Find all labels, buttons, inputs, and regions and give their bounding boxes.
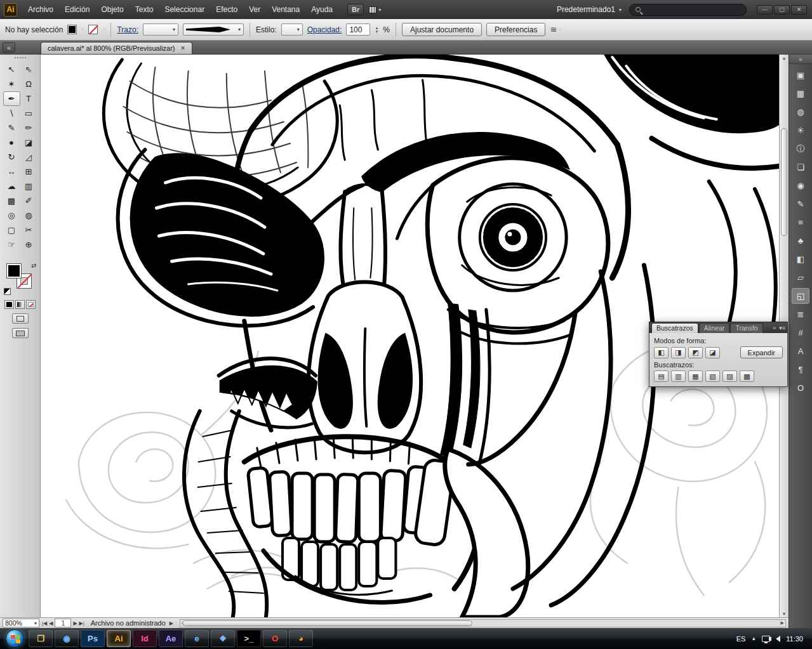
panel-icon-appearance[interactable]: ✳ xyxy=(792,122,809,138)
tool-selection[interactable]: ↖ xyxy=(3,62,20,77)
scroll-right-icon[interactable]: ▶ xyxy=(781,620,784,626)
status-menu-icon[interactable]: ▶ xyxy=(170,620,173,626)
panel-icon-symbols[interactable]: ♣ xyxy=(792,233,809,249)
tool-direct-selection[interactable]: ⇖ xyxy=(20,62,37,77)
speaker-icon[interactable] xyxy=(776,636,780,642)
panel-icon-swatches[interactable]: ▦ xyxy=(792,86,809,102)
stroke-swatch[interactable] xyxy=(88,25,98,34)
menu-item[interactable]: Archivo xyxy=(22,0,59,19)
none-mode-button[interactable] xyxy=(26,300,36,309)
taskbar-app-firefox[interactable]: ◕ xyxy=(289,630,313,647)
first-page-icon[interactable]: |◀ xyxy=(42,620,47,626)
tool-gradient[interactable]: ▩ xyxy=(3,193,20,208)
workspace-switcher[interactable]: Predeterminado1 ▾ xyxy=(557,5,622,14)
color-mode-button[interactable] xyxy=(4,300,14,309)
tool-rectangle[interactable]: ▭ xyxy=(20,106,37,121)
taskbar-app-illustrator[interactable]: Ai xyxy=(107,630,131,647)
collapse-panels-icon[interactable]: « xyxy=(3,43,15,53)
panel-icon-stroke[interactable]: ≡ xyxy=(792,214,809,230)
menu-item[interactable]: Texto xyxy=(130,0,159,19)
zoom-combo[interactable]: 800% ▾ xyxy=(3,619,39,627)
taskbar-app-media-player[interactable]: ◉ xyxy=(55,630,79,647)
maximize-button[interactable]: ▢ xyxy=(774,5,790,15)
pathfinder-button-merge[interactable]: ▦ xyxy=(688,370,703,382)
close-icon[interactable]: × xyxy=(181,45,185,51)
panel-icon-gradient[interactable]: ◍ xyxy=(792,104,809,120)
swap-fill-stroke-icon[interactable]: ⇄ xyxy=(31,262,36,269)
panel-tab-buscatrazos[interactable]: Buscatrazos xyxy=(651,323,698,333)
control-extra-button[interactable]: ≋ ▾ xyxy=(550,25,561,34)
gradient-mode-button[interactable] xyxy=(15,300,25,309)
taskbar-app-internet-explorer[interactable]: e xyxy=(185,630,209,647)
horizontal-scrollbar[interactable]: ◀ ▶ xyxy=(180,619,786,627)
minimize-button[interactable]: — xyxy=(757,5,773,15)
panel-tab-alinear[interactable]: Alinear xyxy=(699,323,730,333)
menu-item[interactable]: Edición xyxy=(59,0,95,19)
preferences-button[interactable]: Preferencias xyxy=(486,23,545,36)
shape-mode-button-intersect[interactable]: ◩ xyxy=(688,347,703,358)
style-combo[interactable]: ▾ xyxy=(281,23,303,36)
shape-mode-button-unite[interactable]: ◧ xyxy=(654,347,669,358)
panel-icon-brushes[interactable]: ✎ xyxy=(792,196,809,212)
next-page-icon[interactable]: ▶ xyxy=(73,620,77,626)
menu-item[interactable]: Seleccionar xyxy=(159,0,210,19)
panel-menu-icon[interactable]: ▾≡ xyxy=(779,325,785,331)
stroke-panel-link[interactable]: Trazo: xyxy=(117,25,138,34)
fill-swatch[interactable] xyxy=(67,25,77,34)
panel-icon-paragraph[interactable]: ¶ xyxy=(792,362,809,377)
taskbar-app-explorer[interactable]: ❒ xyxy=(29,630,53,647)
fit-document-button[interactable]: Ajustar documento xyxy=(402,23,482,36)
tool-live-paint-bucket[interactable]: ◍ xyxy=(20,208,37,223)
pathfinder-button-trim[interactable]: ▥ xyxy=(671,370,686,382)
opacity-spinner[interactable]: ▲ ▼ xyxy=(375,26,378,34)
opacity-input[interactable]: 100 xyxy=(346,23,370,36)
menu-item[interactable]: Ventana xyxy=(266,0,305,19)
panel-tab-transformar[interactable]: Transfo xyxy=(730,323,762,333)
panel-icon-color[interactable]: ▣ xyxy=(792,67,809,83)
tool-lasso[interactable]: Ω xyxy=(20,77,37,91)
tool-paintbrush[interactable]: ✎ xyxy=(3,121,20,135)
document-tab[interactable]: calavera.ai* al 800% (RGB/Previsualizar)… xyxy=(41,42,192,54)
tool-mesh[interactable]: ⊞ xyxy=(20,164,37,179)
pathfinder-titlebar[interactable]: BuscatrazosAlinearTransfo » ▾≡ xyxy=(649,322,788,333)
shape-mode-button-minus-front[interactable]: ◨ xyxy=(671,347,686,358)
panel-icon-character[interactable]: A xyxy=(792,343,809,359)
language-indicator[interactable]: ES xyxy=(736,635,746,643)
tool-hand[interactable]: ☞ xyxy=(3,237,20,252)
menu-item[interactable]: Ayuda xyxy=(305,0,338,19)
panel-icon-align[interactable]: ≣ xyxy=(792,306,809,322)
tab-overflow-icon[interactable]: » xyxy=(773,325,776,331)
tool-rotate[interactable]: ↻ xyxy=(3,150,20,164)
tool-artboard[interactable]: ▢ xyxy=(3,223,20,237)
start-button[interactable] xyxy=(6,629,24,648)
tool-symbol-sprayer[interactable]: ☁ xyxy=(3,179,20,193)
bridge-button[interactable]: Br xyxy=(347,4,364,15)
prev-page-icon[interactable]: ◀ xyxy=(49,620,53,626)
drawing-mode-button[interactable] xyxy=(12,313,29,324)
tool-zoom[interactable]: ⊕ xyxy=(20,237,37,252)
scroll-up-icon[interactable]: ▲ xyxy=(782,56,787,60)
panel-icon-navigator[interactable]: ◉ xyxy=(792,178,809,193)
arrange-documents-button[interactable]: ▾ xyxy=(369,6,381,13)
horizontal-scroll-thumb[interactable] xyxy=(182,620,472,626)
pathfinder-button-outline[interactable]: ▨ xyxy=(722,370,737,382)
tool-line-segment[interactable]: ∖ xyxy=(3,106,20,121)
tool-slice[interactable]: ✂ xyxy=(20,223,37,237)
shape-mode-button-exclude[interactable]: ◪ xyxy=(705,347,720,358)
tool-blob-brush[interactable]: ● xyxy=(3,135,20,150)
taskbar-app-photoshop[interactable]: Ps xyxy=(81,630,105,647)
stroke-weight-combo[interactable]: ▾ xyxy=(143,23,178,36)
panel-icon-transform[interactable]: # xyxy=(792,325,809,341)
pathfinder-button-divide[interactable]: ▤ xyxy=(654,370,669,382)
tool-eyedropper[interactable]: ✐ xyxy=(20,193,37,208)
taskbar-app-command-prompt[interactable]: >_ xyxy=(237,630,261,647)
panel-icon-opentype[interactable]: O xyxy=(792,380,809,396)
clock[interactable]: 11:30 xyxy=(786,635,803,643)
fill-color-swatch[interactable] xyxy=(6,263,22,279)
tool-scale[interactable]: ◿ xyxy=(20,150,37,164)
width-profile-combo[interactable]: ▾ xyxy=(183,23,244,36)
status-indicator[interactable]: Archivo no administrado ▶ xyxy=(87,619,177,627)
search-input[interactable] xyxy=(629,4,747,16)
tool-blend[interactable]: ◎ xyxy=(3,208,20,223)
menu-item[interactable]: Objeto xyxy=(95,0,129,19)
